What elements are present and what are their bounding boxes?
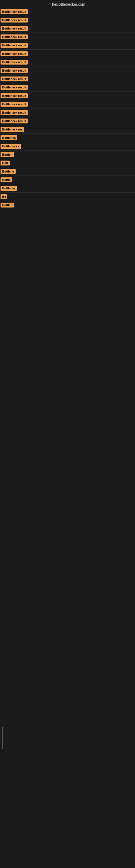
bottleneck-badge-4[interactable]: Bottleneck result [1,34,28,39]
bottleneck-row-2: Bottleneck result [0,16,135,24]
bottleneck-row-17: Bottleneck r [0,142,135,151]
items-container: Bottleneck resultBottleneck resultBottle… [0,8,135,209]
bottleneck-badge-13[interactable]: Bottleneck result [1,110,28,115]
bottleneck-badge-15[interactable]: Bottleneck res [1,127,24,132]
bottleneck-row-3: Bottleneck result [0,24,135,33]
bottleneck-row-21: Bottle [0,176,135,184]
bottleneck-badge-24[interactable]: Bottlen [1,203,14,208]
bottleneck-row-5: Bottleneck result [0,41,135,50]
bottleneck-badge-9[interactable]: Bottleneck result [1,76,28,82]
bottleneck-badge-12[interactable]: Bottleneck result [1,102,28,106]
bottleneck-row-10: Bottleneck result [0,83,135,92]
bottleneck-badge-22[interactable]: Bottlenec [1,186,17,191]
bottleneck-row-9: Bottleneck result [0,75,135,83]
bottleneck-badge-14[interactable]: Bottleneck result [1,119,28,123]
bottleneck-badge-18[interactable]: Bottlen [1,152,14,157]
bottleneck-badge-10[interactable]: Bottleneck result [1,85,28,90]
bottleneck-badge-3[interactable]: Bottleneck result [1,26,28,31]
bottleneck-row-20: Bottlene [0,167,135,176]
bottleneck-row-1: Bottleneck result [0,8,135,16]
bottleneck-row-22: Bottlenec [0,184,135,193]
bottleneck-badge-21[interactable]: Bottle [1,177,12,182]
bottleneck-badge-6[interactable]: Bottleneck result [1,51,28,56]
bottleneck-row-11: Bottleneck result [0,92,135,100]
bottleneck-row-24: Bottlen [0,201,135,209]
bottleneck-row-15: Bottleneck res [0,125,135,134]
bottleneck-row-12: Bottleneck result [0,100,135,108]
site-title: TheBottlenecker.com [0,0,135,8]
bottleneck-badge-11[interactable]: Bottleneck result [1,93,28,98]
vertical-bar [2,727,3,749]
bottleneck-badge-8[interactable]: Bottleneck result [1,68,28,73]
bottleneck-badge-20[interactable]: Bottlene [1,169,16,174]
bottleneck-badge-2[interactable]: Bottleneck result [1,18,28,23]
bottleneck-badge-5[interactable]: Bottleneck result [1,43,28,48]
bottleneck-row-14: Bottleneck result [0,117,135,125]
bottleneck-row-8: Bottleneck result [0,66,135,75]
bottleneck-badge-1[interactable]: Bottleneck result [1,9,28,14]
bottleneck-row-7: Bottleneck result [0,58,135,66]
bottleneck-badge-7[interactable]: Bottleneck result [1,60,28,65]
bottleneck-badge-17[interactable]: Bottleneck r [1,144,21,149]
bottleneck-row-18: Bottlen [0,151,135,159]
bottleneck-row-4: Bottleneck result [0,33,135,41]
bottleneck-row-13: Bottleneck result [0,108,135,117]
bottleneck-row-6: Bottleneck result [0,50,135,58]
bottleneck-badge-19[interactable]: Bott [1,161,10,165]
bottleneck-badge-23[interactable]: Bo [1,194,7,199]
bottleneck-row-19: Bott [0,159,135,167]
bottleneck-row-16: Bottlenec [0,134,135,142]
bottleneck-badge-16[interactable]: Bottlenec [1,135,17,140]
bottleneck-row-23: Bo [0,193,135,201]
